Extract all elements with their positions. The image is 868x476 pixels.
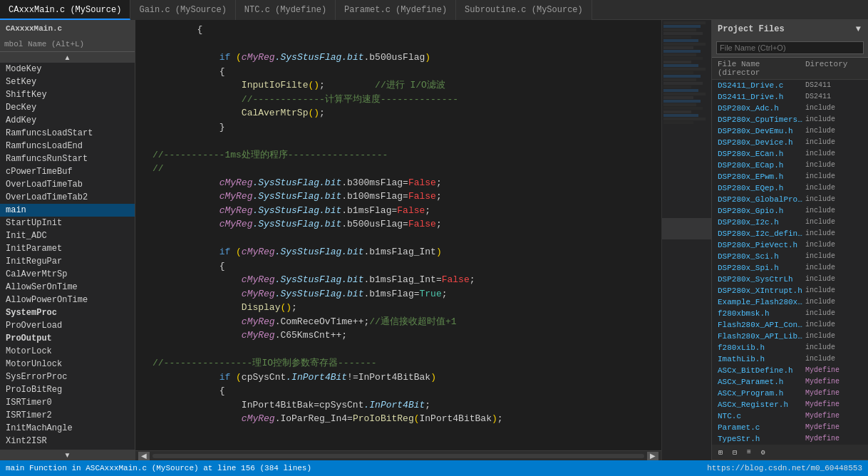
tab-paramet[interactable]: Paramet.c (Mydefine) [336, 0, 456, 20]
sidebar-item-xint2isr[interactable]: Xint2ISR [0, 435, 135, 447]
file-row[interactable]: DSP280x_CpuTimers.hinclude [712, 114, 868, 125]
file-row[interactable]: DSP280x_EQep.hinclude [712, 182, 868, 194]
file-dir: include [805, 218, 862, 227]
sidebar-item-proiobitreg[interactable]: ProIoBitReg [0, 383, 135, 396]
sidebar-item-ramfuncsloadstart[interactable]: RamfuncsLoadStart [0, 127, 135, 140]
file-search-input[interactable] [716, 41, 864, 54]
file-row[interactable]: DS2411_Drive.hDS2411 [712, 91, 868, 103]
sidebar-item-allowpowerontime[interactable]: AllowPowerOnTime [0, 294, 135, 306]
file-row[interactable]: ASCx_Register.hMydefine [712, 399, 868, 410]
sidebar-item-startupinit[interactable]: StartUpInit [0, 217, 135, 229]
scroll-right-btn[interactable]: ▶ [647, 452, 658, 460]
sidebar-item-shiftkey[interactable]: ShiftKey [0, 88, 135, 101]
tab-ntc[interactable]: NTC.c (Mydefine) [236, 0, 336, 20]
scroll-left-btn[interactable]: ◀ [138, 452, 150, 460]
file-row[interactable]: Flash280x_API_Config.linclude [712, 319, 868, 331]
panel-dropdown-icon[interactable]: ▼ [854, 24, 862, 34]
sidebar-item-calavermtrsp[interactable]: CalAverMtrSp [0, 268, 135, 281]
file-table-header: File Name (director Directory [712, 58, 868, 80]
file-dir: include [805, 343, 862, 352]
scroll-track[interactable] [153, 454, 644, 458]
file-row[interactable]: ASCx_Program.hMydefine [712, 388, 868, 399]
code-scroll[interactable]: { if (cMyReg.SysStusFlag.bit.b500usFlag)… [135, 20, 661, 450]
toolbar-icon-1[interactable]: ⊞ [715, 447, 726, 458]
file-name: DS2411_Drive.h [718, 93, 805, 101]
sidebar-item-motorunlock[interactable]: MotorUnlock [0, 358, 135, 371]
file-row[interactable]: DSP280x_XIntrupt.hinclude [712, 285, 868, 296]
file-name: DSP280x_ECap.h [718, 161, 805, 170]
tab-subroutine[interactable]: Subroutine.c (MySource) [456, 0, 592, 20]
sidebar-item-main[interactable]: main [0, 204, 135, 217]
file-row[interactable]: f280xbmsk.hinclude [712, 308, 868, 319]
sidebar-item-isrtimer2[interactable]: ISRTimer2 [0, 409, 135, 422]
toolbar-icon-2[interactable]: ⊟ [729, 447, 740, 458]
sidebar-item-initparamet[interactable]: InitParamet [0, 242, 135, 255]
file-dir: include [805, 195, 862, 204]
file-dir: include [805, 332, 862, 341]
file-row[interactable]: DSP280x_Device.hinclude [712, 137, 868, 148]
file-row[interactable]: DS2411_Drive.cDS2411 [712, 80, 868, 91]
sidebar-item-addkey[interactable]: AddKey [0, 114, 135, 127]
file-dir: include [805, 298, 862, 306]
status-bar: main Function in ASCAxxxMain.c (MySource… [0, 460, 868, 476]
file-name: DSP280x_Spi.h [718, 264, 805, 272]
file-dir: include [805, 264, 862, 272]
toolbar-icon-4[interactable]: ⚙ [758, 447, 769, 458]
code-line: { [147, 259, 661, 274]
file-name: DSP280x_XIntrupt.h [718, 286, 805, 295]
file-dir: Mydefine [805, 389, 862, 398]
sidebar-item-initregupar[interactable]: InitReguPar [0, 255, 135, 268]
sidebar-item-systemproc[interactable]: SystemProc [0, 306, 135, 319]
file-row[interactable]: DSP280x_I2c_defines.hinclude [712, 228, 868, 239]
file-row[interactable]: DSP280x_I2c.hinclude [712, 217, 868, 228]
file-row[interactable]: DSP280x_Adc.hinclude [712, 103, 868, 114]
file-name: DSP280x_I2c_defines.h [718, 229, 805, 238]
sidebar-item-allowserontime[interactable]: AllowSerOnTime [0, 281, 135, 294]
file-row[interactable]: DSP280x_SysCtrLhinclude [712, 274, 868, 285]
file-name: DSP280x_Sci.h [718, 252, 805, 261]
sidebar-item-prooverload[interactable]: ProOverLoad [0, 319, 135, 332]
sidebar-scroll-up[interactable]: ▲ [0, 52, 135, 63]
file-row[interactable]: ASCx_BitDefine.hMydefine [712, 365, 868, 376]
file-row[interactable]: Example_Flash280x_APIinclude [712, 296, 868, 308]
sidebar-item-cpowertimebuf[interactable]: cPowerTimeBuf [0, 165, 135, 178]
file-name: DSP280x_EPwm.h [718, 172, 805, 181]
file-row[interactable]: ImathLib.hinclude [712, 353, 868, 365]
sidebar-item-ramfuncsrunstart[interactable]: RamfuncsRunStart [0, 152, 135, 165]
sidebar-item-init_adc[interactable]: Init_ADC [0, 229, 135, 242]
file-row[interactable]: Flash280x_API_Library.finclude [712, 331, 868, 342]
file-row[interactable]: DSP280x_EPwm.hinclude [712, 171, 868, 182]
file-row[interactable]: ASCx_Paramet.hMydefine [712, 376, 868, 388]
sidebar-item-deckey[interactable]: DecKey [0, 101, 135, 114]
file-row[interactable]: DSP280x_Gpio.hinclude [712, 205, 868, 217]
sidebar-item-initmachangle[interactable]: InitMachAngle [0, 422, 135, 435]
file-row[interactable]: DSP280x_DevEmu.hinclude [712, 125, 868, 137]
file-row[interactable]: f280xLib.hinclude [712, 342, 868, 353]
toolbar-icon-3[interactable]: ≡ [743, 447, 755, 458]
sidebar-item-overloadtimetab2[interactable]: OverLoadTimeTab2 [0, 191, 135, 204]
tab-caxxxmain[interactable]: CAxxxMain.c (MySource) [0, 0, 130, 20]
sidebar-item-isrtimer0[interactable]: ISRTimer0 [0, 396, 135, 409]
file-row[interactable]: DSP280x_Spi.hinclude [712, 262, 868, 274]
sidebar-item-syserrorproc[interactable]: SysErrorProc [0, 371, 135, 383]
sidebar-item-overloadtimetab[interactable]: OverLoadTimeTab [0, 178, 135, 191]
file-row[interactable]: Paramet.cMydefine [712, 422, 868, 433]
sidebar-item-ramfuncsloadend[interactable]: RamfuncsLoadEnd [0, 140, 135, 152]
file-row[interactable]: TypeStr.hMydefine [712, 433, 868, 445]
file-name: Example_Flash280x_API [718, 298, 805, 306]
tab-gain[interactable]: Gain.c (MySource) [130, 0, 235, 20]
file-dir: include [805, 127, 862, 135]
sidebar-item-prooutput[interactable]: ProOutput [0, 332, 135, 345]
sidebar-item-motorlock[interactable]: MotorLock [0, 345, 135, 358]
file-row[interactable]: DSP280x_ECan.hinclude [712, 148, 868, 160]
file-dir: Mydefine [805, 423, 862, 432]
code-line [147, 232, 661, 246]
file-row[interactable]: NTC.cMydefine [712, 410, 868, 422]
sidebar-item-setkey[interactable]: SetKey [0, 76, 135, 88]
file-row[interactable]: DSP280x_PieVect.hinclude [712, 239, 868, 251]
file-row[interactable]: DSP280x_GlobalPrototyinclude [712, 194, 868, 205]
sidebar-scroll-down[interactable]: ▼ [0, 450, 135, 460]
file-row[interactable]: DSP280x_Sci.hinclude [712, 251, 868, 262]
file-row[interactable]: DSP280x_ECap.hinclude [712, 160, 868, 171]
sidebar-item-modekey[interactable]: ModeKey [0, 63, 135, 76]
